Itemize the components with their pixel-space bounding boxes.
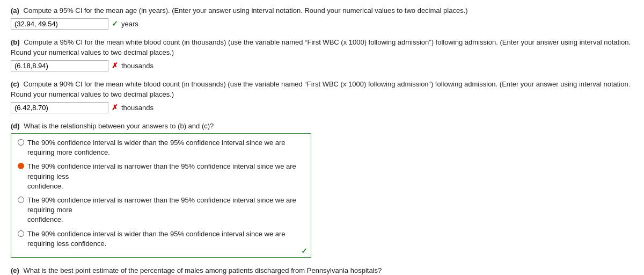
part-d-option-2[interactable]: The 90% confidence interval is narrower … (18, 162, 304, 191)
part-e-letter: (e) (11, 266, 19, 274)
part-c: (c) Compute a 90% CI for the mean white … (11, 79, 633, 113)
part-c-cross-icon: ✗ (112, 103, 118, 112)
part-b: (b) Compute a 95% CI for the mean white … (11, 37, 633, 71)
part-a-question: (a) Compute a 95% CI for the mean age (i… (11, 5, 633, 16)
part-b-input[interactable] (11, 60, 108, 71)
part-d-option-4-text: The 90% confidence interval is wider tha… (27, 229, 304, 249)
part-d-option-2-text: The 90% confidence interval is narrower … (27, 162, 304, 191)
part-d-options-box: The 90% confidence interval is wider tha… (11, 133, 311, 258)
part-c-letter: (c) (11, 80, 19, 88)
part-d-option-1-text: The 90% confidence interval is wider tha… (27, 138, 304, 157)
part-d-question: (d) What is the relationship between you… (11, 121, 633, 132)
part-a-check-icon: ✓ (112, 19, 118, 28)
part-a: (a) Compute a 95% CI for the mean age (i… (11, 5, 633, 30)
part-d-radio-1[interactable] (18, 139, 24, 146)
part-b-answer-row: ✗ thousands (11, 60, 633, 71)
part-a-unit: years (121, 20, 138, 28)
part-b-question: (b) Compute a 95% CI for the mean white … (11, 37, 633, 58)
part-b-letter: (b) (11, 38, 20, 46)
part-d-option-1[interactable]: The 90% confidence interval is wider tha… (18, 138, 304, 157)
part-b-unit: thousands (121, 62, 153, 70)
part-e: (e) What is the best point estimate of t… (11, 265, 633, 275)
part-d-radio-4[interactable] (18, 230, 24, 237)
part-c-question: (c) Compute a 90% CI for the mean white … (11, 79, 633, 100)
part-d-radio-3[interactable] (18, 197, 24, 203)
part-b-cross-icon: ✗ (112, 61, 118, 70)
part-d-letter: (d) (11, 122, 20, 130)
part-d: (d) What is the relationship between you… (11, 121, 633, 258)
part-c-unit: thousands (121, 104, 153, 112)
part-c-input[interactable] (11, 102, 108, 113)
part-d-check-icon: ✓ (301, 247, 308, 255)
part-d-option-4[interactable]: The 90% confidence interval is wider tha… (18, 229, 304, 249)
part-d-option-3-text: The 90% confidence interval is narrower … (27, 196, 304, 225)
part-c-answer-row: ✗ thousands (11, 102, 633, 113)
part-d-radio-2[interactable] (18, 163, 24, 169)
part-a-letter: (a) (11, 6, 19, 15)
part-a-input[interactable] (11, 18, 108, 30)
part-d-option-3[interactable]: The 90% confidence interval is narrower … (18, 196, 304, 225)
part-a-answer-row: ✓ years (11, 18, 633, 30)
part-e-question: (e) What is the best point estimate of t… (11, 265, 633, 275)
